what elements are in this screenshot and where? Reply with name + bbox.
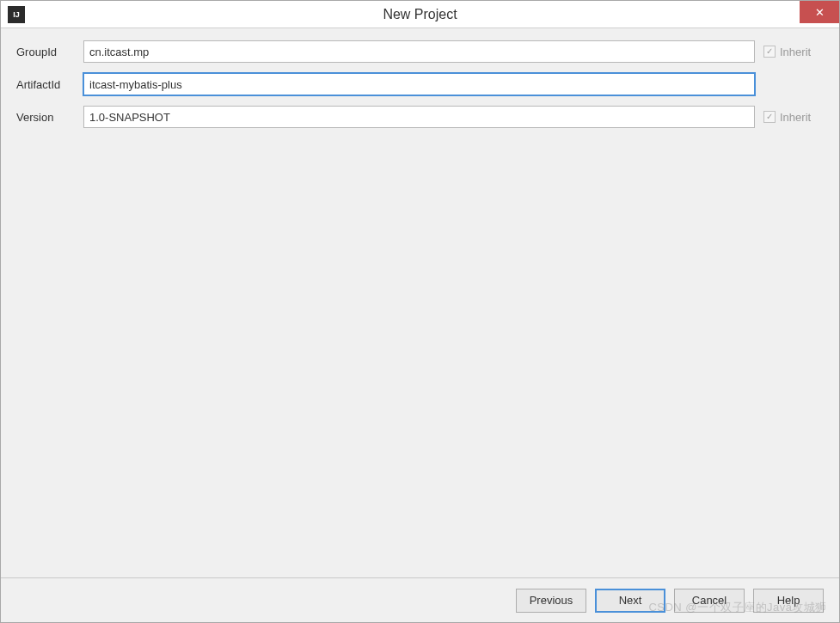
help-button[interactable]: Help bbox=[753, 589, 824, 613]
footer: Previous Next Cancel Help bbox=[1, 577, 839, 622]
artifactid-input[interactable] bbox=[83, 73, 755, 95]
groupid-label: GroupId bbox=[16, 46, 75, 58]
groupid-inherit: ✓ Inherit bbox=[763, 46, 824, 58]
close-icon: ✕ bbox=[815, 6, 825, 19]
window-title: New Project bbox=[1, 7, 839, 22]
check-icon: ✓ bbox=[766, 47, 773, 56]
version-label: Version bbox=[16, 111, 75, 124]
groupid-inherit-checkbox: ✓ bbox=[763, 46, 776, 58]
cancel-button[interactable]: Cancel bbox=[674, 589, 745, 613]
version-inherit-label: Inherit bbox=[780, 111, 811, 124]
check-icon: ✓ bbox=[766, 113, 773, 121]
form-content: GroupId ✓ Inherit ArtifactId Version ✓ I… bbox=[1, 28, 839, 577]
groupid-inherit-label: Inherit bbox=[780, 46, 811, 58]
artifactid-label: ArtifactId bbox=[16, 78, 75, 91]
close-button[interactable]: ✕ bbox=[800, 1, 839, 23]
titlebar: IJ New Project ✕ bbox=[1, 1, 839, 28]
version-row: Version ✓ Inherit bbox=[16, 106, 824, 128]
intellij-icon: IJ bbox=[8, 6, 25, 23]
next-button[interactable]: Next bbox=[595, 589, 665, 613]
new-project-window: IJ New Project ✕ GroupId ✓ Inherit Artif… bbox=[0, 0, 840, 623]
version-input[interactable] bbox=[83, 106, 755, 128]
groupid-row: GroupId ✓ Inherit bbox=[16, 40, 824, 63]
version-inherit: ✓ Inherit bbox=[763, 111, 824, 124]
version-inherit-checkbox: ✓ bbox=[763, 111, 776, 123]
previous-button[interactable]: Previous bbox=[516, 589, 586, 613]
artifactid-row: ArtifactId bbox=[16, 73, 824, 95]
groupid-input[interactable] bbox=[83, 40, 755, 63]
